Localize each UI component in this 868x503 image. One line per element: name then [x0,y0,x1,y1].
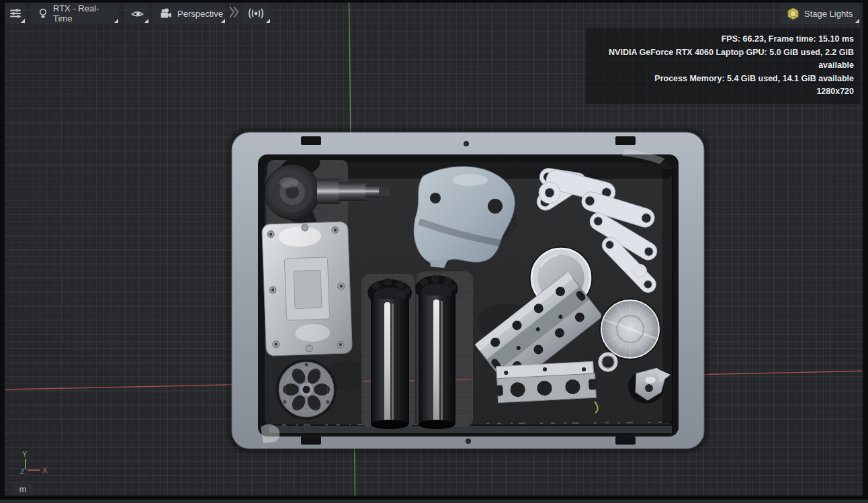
rim-slot [615,437,636,445]
stats-fps-line: FPS: 66.23, Frame time: 15.10 ms [593,33,854,46]
unit-button[interactable]: m [13,481,32,496]
camera-icon [160,8,173,19]
render-mode-label: RTX - Real-Time [53,3,112,24]
lightbulb-icon [38,8,48,19]
camera-label: Perspective [177,9,223,19]
window-bottom-edge [0,500,868,503]
viewport-3d[interactable]: RTX - Real-Time [5,3,863,496]
axis-gizmo: Y Z X [14,447,56,478]
camera-button[interactable]: Perspective [153,3,226,24]
stage-lights-button[interactable]: Stage Lights [780,3,860,24]
part-disc-machined[interactable] [599,298,661,360]
rim-pin [466,439,471,444]
axis-y-label: Y [22,450,28,458]
stats-memory-line: Process Memory: 5.4 GiB used, 14.1 GiB a… [593,73,854,86]
part-shock-cylinder-right[interactable] [415,275,458,429]
part-shock-cylinder-left[interactable] [367,278,412,429]
dropdown-notch [21,19,25,23]
sliders-icon [9,7,21,19]
stage-lights-label: Stage Lights [804,9,853,19]
dropdown-notch [221,19,225,23]
rim-slot [301,136,321,145]
eye-icon [131,9,144,19]
rim-slot [301,437,321,445]
stats-resolution-line: 1280x720 [593,85,854,99]
axis-x-label: X [42,466,48,474]
performance-stats-overlay: FPS: 66.23, Frame time: 15.10 ms NVIDIA … [586,28,861,104]
stats-gpu-line: NVIDIA GeForce RTX 4060 Laptop GPU: 5.0 … [593,46,854,73]
part-perforated-bracket[interactable] [495,361,598,403]
signal-button[interactable] [241,3,271,24]
part-aluminum-housing[interactable] [262,222,353,356]
dropdown-notch [144,19,148,23]
toolbar-overflow-button[interactable] [227,5,241,21]
chevron-double-right-icon [227,5,241,21]
dropdown-notch [114,19,118,23]
bin-bottom-wall-highlight [269,426,672,433]
viewport-options-button[interactable] [5,3,26,24]
part-spoked-wheel[interactable] [276,359,337,420]
rim-slot [615,136,636,145]
app-window: RTX - Real-Time [0,0,868,503]
signal-icon [247,8,265,19]
stage-light-icon [787,7,799,20]
dropdown-notch [266,19,270,23]
rim-pin [464,141,469,146]
unit-label: m [19,484,27,494]
axis-z-label: Z [20,467,25,475]
render-mode-button[interactable]: RTX - Real-Time [31,3,119,24]
dropdown-notch [855,19,859,23]
visibility-button[interactable] [125,3,149,24]
